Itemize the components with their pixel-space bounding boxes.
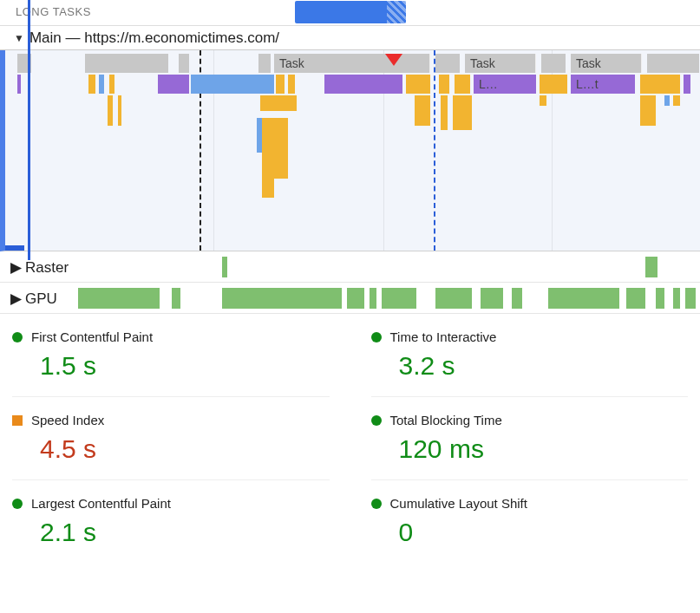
task-block[interactable]: Task <box>274 54 430 73</box>
gpu-block[interactable] <box>222 288 342 309</box>
raster-label: Raster <box>25 259 69 277</box>
chevron-right-icon[interactable]: ▶ <box>10 258 22 277</box>
metric-label: Speed Index <box>31 413 104 427</box>
warning-marker-icon <box>385 54 402 66</box>
raster-block[interactable] <box>222 257 227 277</box>
metric-label: Largest Contentful Paint <box>31 496 171 511</box>
metric-value: 1.5 s <box>12 351 330 381</box>
gpu-block[interactable] <box>435 288 472 309</box>
status-good-icon <box>12 499 23 509</box>
main-flame-chart[interactable]: Task Task Task L… L…t <box>0 50 700 251</box>
gpu-block[interactable] <box>172 288 180 309</box>
chevron-right-icon[interactable]: ▶ <box>10 290 22 308</box>
status-good-icon <box>371 332 382 342</box>
gpu-block[interactable] <box>685 288 696 309</box>
metric-lcp[interactable]: Largest Contentful Paint 2.1 s <box>12 479 330 563</box>
metric-value: 2.1 s <box>12 518 330 547</box>
gpu-block[interactable] <box>347 288 364 309</box>
flame-block[interactable]: L…t <box>571 75 635 94</box>
metric-label: Total Blocking Time <box>390 413 502 427</box>
metric-value: 120 ms <box>371 434 689 464</box>
gpu-label: GPU <box>25 290 57 308</box>
metric-cls[interactable]: Cumulative Layout Shift 0 <box>371 479 689 563</box>
metric-fcp[interactable]: First Contentful Paint 1.5 s <box>12 314 330 396</box>
long-task-block[interactable] <box>295 1 406 23</box>
metric-tti[interactable]: Time to Interactive 3.2 s <box>371 314 689 396</box>
gpu-block[interactable] <box>78 288 160 309</box>
gpu-block[interactable] <box>370 288 376 309</box>
gpu-block[interactable] <box>481 288 503 309</box>
playhead-marker[interactable] <box>28 0 30 260</box>
gpu-block[interactable] <box>626 288 645 309</box>
main-track-header[interactable]: ▼ Main — https://m.economictimes.com/ <box>0 26 700 50</box>
metric-value: 0 <box>371 518 689 547</box>
metric-value: 3.2 s <box>371 351 689 381</box>
metric-value: 4.5 s <box>12 434 330 464</box>
metric-si[interactable]: Speed Index 4.5 s <box>12 396 330 479</box>
metric-tbt[interactable]: Total Blocking Time 120 ms <box>371 396 689 479</box>
task-block[interactable]: Task <box>465 54 536 73</box>
gpu-block[interactable] <box>673 288 680 309</box>
long-task-hatch-icon <box>387 1 406 23</box>
raster-track[interactable]: ▶ Raster <box>0 251 700 283</box>
status-medium-icon <box>12 415 23 426</box>
chevron-down-icon[interactable]: ▼ <box>14 32 24 44</box>
status-good-icon <box>371 499 382 509</box>
gpu-block[interactable] <box>512 288 522 309</box>
lighthouse-metrics: First Contentful Paint 1.5 s Time to Int… <box>0 314 700 563</box>
gpu-block[interactable] <box>548 288 619 309</box>
raster-block[interactable] <box>645 257 657 277</box>
main-track-title: Main — https://m.economictimes.com/ <box>29 29 279 47</box>
task-block[interactable]: Task <box>571 54 642 73</box>
metric-label: Cumulative Layout Shift <box>390 496 527 511</box>
selection-handle[interactable] <box>5 245 24 251</box>
metric-label: First Contentful Paint <box>31 329 153 344</box>
gpu-block[interactable] <box>382 288 416 309</box>
long-tasks-track[interactable]: LONG TASKS <box>0 0 700 26</box>
status-good-icon <box>371 415 382 426</box>
status-good-icon <box>12 332 23 342</box>
gpu-track[interactable]: ▶ GPU <box>0 283 700 314</box>
flame-block[interactable]: L… <box>474 75 536 94</box>
gpu-block[interactable] <box>656 288 664 309</box>
metric-label: Time to Interactive <box>390 329 497 344</box>
